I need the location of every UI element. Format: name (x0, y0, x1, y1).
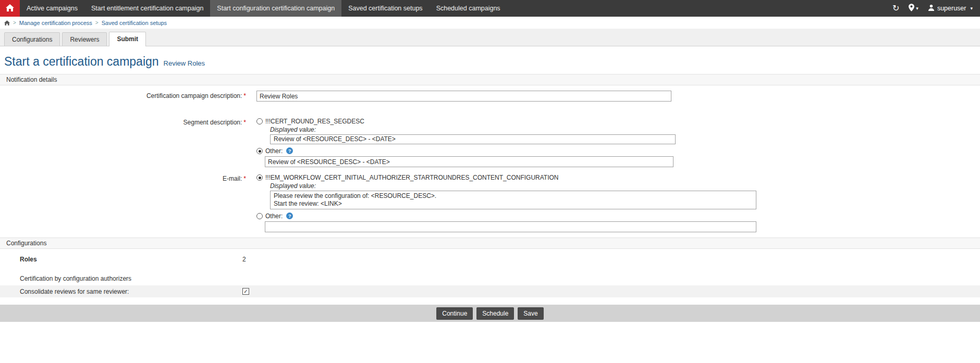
roles-row: Roles 2 (0, 253, 980, 265)
breadcrumb-separator: > (95, 20, 99, 26)
breadcrumb-link-manage-certification-process[interactable]: Manage certification process (19, 20, 92, 26)
required-marker: * (243, 92, 246, 99)
email-row: E-mail:* !!!EM_WORKFLOW_CERT_INITIAL_AUT… (0, 173, 980, 232)
schedule-button[interactable]: Schedule (476, 307, 514, 320)
email-displayed-value-line1: Please review the configuration of: <RES… (274, 192, 753, 200)
home-icon (6, 4, 14, 13)
notification-form: Certification campaign description:* Seg… (0, 91, 980, 232)
application-window: Active campaigns Start entitlement certi… (0, 0, 980, 363)
email-other-radio[interactable] (256, 213, 263, 219)
segment-displayed-value-label: Displayed value: (270, 126, 980, 133)
save-button[interactable]: Save (518, 307, 543, 320)
nav-item-scheduled-campaigns[interactable]: Scheduled campaigns (430, 0, 507, 17)
campaign-description-input[interactable] (256, 91, 671, 102)
nav-item-active-campaigns[interactable]: Active campaigns (20, 0, 84, 17)
home-button[interactable] (0, 0, 20, 17)
campaign-description-row: Certification campaign description:* (0, 91, 980, 102)
campaign-description-label: Certification campaign description:* (0, 91, 249, 102)
breadcrumb: > Manage certification process > Saved c… (0, 17, 980, 29)
segment-other-radio[interactable] (256, 148, 263, 154)
user-name-label: superuser (937, 5, 966, 12)
pin-caret-icon: ▾ (916, 6, 918, 11)
user-menu[interactable]: superuser ▾ (928, 4, 973, 12)
page-title-row: Start a certification campaignReview Rol… (0, 46, 980, 69)
segment-displayed-value-box: Review of <RESOURCE_DESC> - <DATE> (270, 134, 676, 144)
segment-default-option: !!!CERT_ROUND_RES_SEGDESC (256, 117, 980, 125)
segment-displayed-value-block: Displayed value: Review of <RESOURCE_DES… (270, 126, 980, 144)
nav-item-saved-certification-setups[interactable]: Saved certification setups (341, 0, 429, 17)
segment-other-option-label[interactable]: Other: (265, 147, 283, 155)
check-icon: ✓ (243, 289, 248, 294)
tab-submit[interactable]: Submit (109, 32, 146, 46)
required-marker: * (243, 119, 246, 126)
segment-other-help-icon[interactable]: ? (286, 147, 293, 154)
user-icon (928, 4, 935, 12)
refresh-icon[interactable]: ↻ (892, 4, 899, 12)
email-other-option: Other: ? (256, 212, 980, 220)
topnav-right-controls: ↻ ▾ superuser ▾ (892, 0, 980, 17)
breadcrumb-link-saved-certification-setups[interactable]: Saved certification setups (102, 20, 167, 26)
email-default-option-label[interactable]: !!!EM_WORKFLOW_CERT_INITIAL_AUTHORIZER_S… (265, 174, 559, 181)
email-default-radio[interactable] (256, 174, 263, 181)
segment-other-option: Other: ? (256, 147, 980, 155)
email-label: E-mail:* (0, 173, 249, 232)
required-marker: * (243, 175, 246, 182)
segment-description-label: Segment description:* (0, 117, 249, 167)
roles-count: 2 (242, 256, 246, 263)
consolidate-label: Consolidate reviews for same reviewer: (20, 288, 242, 295)
segment-other-input[interactable] (265, 156, 673, 167)
pin-icon (909, 4, 914, 13)
nav-item-start-configuration-certification[interactable]: Start configuration certification campai… (210, 0, 341, 17)
footer-action-bar: Continue Schedule Save (0, 305, 980, 322)
top-navigation-bar: Active campaigns Start entitlement certi… (0, 0, 980, 17)
authorizers-label: Certification by configuration authorize… (20, 275, 242, 282)
pin-menu[interactable]: ▾ (909, 4, 918, 13)
email-other-input[interactable] (265, 221, 756, 232)
email-other-help-icon[interactable]: ? (286, 212, 293, 219)
email-other-option-label[interactable]: Other: (265, 212, 283, 220)
consolidate-row: Consolidate reviews for same reviewer: ✓ (0, 285, 980, 297)
email-displayed-value-block: Displayed value: Please review the confi… (270, 182, 980, 209)
tab-reviewers[interactable]: Reviewers (62, 32, 107, 46)
roles-label: Roles (20, 256, 242, 263)
email-default-option: !!!EM_WORKFLOW_CERT_INITIAL_AUTHORIZER_S… (256, 173, 980, 181)
email-displayed-value-box: Please review the configuration of: <RES… (270, 191, 756, 209)
configurations-section-header: Configurations (0, 237, 980, 249)
notification-details-section-header: Notification details (0, 74, 980, 85)
segment-description-row: Segment description:* !!!CERT_ROUND_RES_… (0, 117, 980, 167)
nav-item-start-entitlement-certification[interactable]: Start entitlement certification campaign (84, 0, 210, 17)
configurations-summary: Roles 2 Certification by configuration a… (0, 253, 980, 297)
authorizers-row: Certification by configuration authorize… (0, 272, 980, 284)
email-displayed-value-line2: Start the review: <LINK> (274, 200, 753, 208)
topnav-spacer (507, 0, 892, 17)
continue-button[interactable]: Continue (436, 307, 473, 320)
tab-bar: Configurations Reviewers Submit (0, 29, 980, 46)
page-title: Start a certification campaign (4, 55, 159, 68)
breadcrumb-home-icon[interactable] (4, 20, 10, 26)
user-caret-icon: ▾ (970, 6, 973, 11)
breadcrumb-separator: > (13, 20, 16, 26)
segment-default-option-label[interactable]: !!!CERT_ROUND_RES_SEGDESC (265, 118, 364, 125)
page-subtitle: Review Roles (164, 59, 205, 67)
segment-default-radio[interactable] (256, 118, 263, 124)
tab-configurations[interactable]: Configurations (4, 32, 60, 46)
consolidate-checkbox[interactable]: ✓ (242, 288, 249, 295)
email-displayed-value-label: Displayed value: (270, 182, 980, 190)
